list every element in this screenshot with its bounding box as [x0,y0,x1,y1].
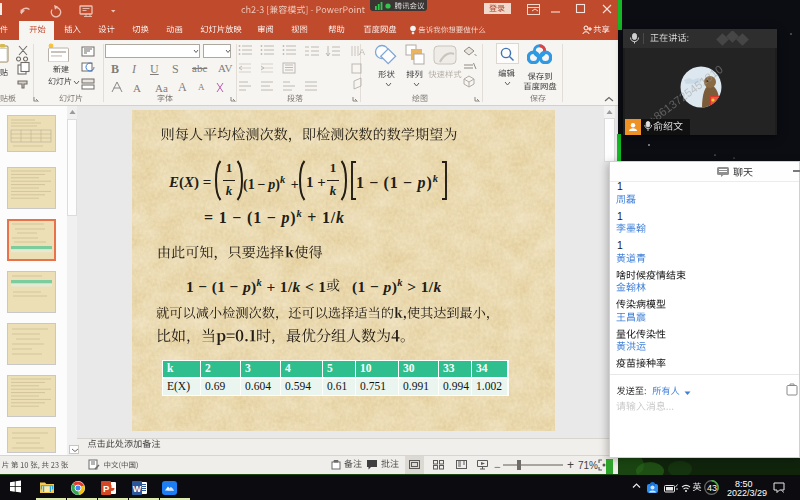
svg-text:A: A [133,82,141,94]
svg-text:A: A [178,80,187,94]
svg-text:P: P [103,482,110,493]
svg-text:Aa: Aa [155,82,168,94]
svg-text:A: A [198,82,205,92]
svg-text:43: 43 [707,483,717,493]
svg-text:A: A [359,47,365,57]
svg-text:W: W [132,483,141,493]
